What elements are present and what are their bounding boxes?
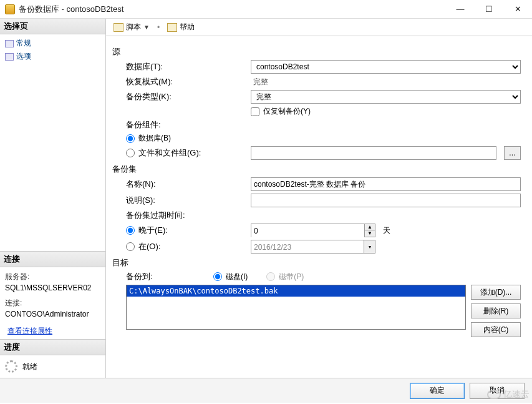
- dest-tape-radio: [266, 272, 275, 281]
- expire-on-label: 在(O):: [138, 241, 160, 252]
- script-button[interactable]: 脚本 ▼: [111, 21, 152, 34]
- expire-after-radio[interactable]: [126, 226, 135, 235]
- close-button[interactable]: ✕: [503, 0, 532, 19]
- dest-disk-radio[interactable]: [213, 272, 222, 281]
- copy-only-checkbox[interactable]: [251, 107, 259, 116]
- expire-after-label: 晚于(E):: [138, 225, 168, 236]
- content-pane: 脚本 ▼ • 帮助 源 数据库(T): contosoDB2test 恢复模式(: [106, 19, 532, 378]
- cancel-button[interactable]: 取消: [470, 383, 525, 399]
- expire-days-spinner[interactable]: ▲ ▼: [251, 224, 375, 237]
- expire-on-radio[interactable]: [126, 242, 135, 251]
- maximize-button[interactable]: ☐: [475, 0, 503, 19]
- backup-to-label: 备份到:: [126, 271, 213, 282]
- source-group-label: 源: [112, 46, 521, 57]
- help-icon: [167, 23, 177, 32]
- sidebar-item-general[interactable]: 常规: [0, 37, 105, 50]
- spinner-up-button[interactable]: ▲: [365, 224, 375, 230]
- calendar-icon[interactable]: ▾: [364, 240, 375, 253]
- destination-path-item[interactable]: C:\AlwaysOnBAK\contosoDB2test.bak: [127, 285, 465, 297]
- sidebar-item-label: 选项: [16, 51, 31, 62]
- progress-header: 进度: [0, 339, 105, 355]
- database-label: 数据库(T):: [126, 61, 251, 72]
- backup-desc-input[interactable]: [251, 194, 521, 207]
- window-title: 备份数据库 - contosoDB2test: [19, 4, 446, 15]
- page-icon: [5, 53, 14, 61]
- expire-date-input[interactable]: [251, 240, 364, 254]
- connection-header: 连接: [0, 251, 105, 267]
- database-icon: [5, 4, 15, 14]
- connection-info: 服务器: SQL1\MSSQLSERVER02 连接: CONTOSO\Admi…: [0, 267, 105, 323]
- conn-value: CONTOSO\Administrator: [5, 308, 100, 320]
- toolbar: 脚本 ▼ • 帮助: [106, 19, 532, 36]
- recovery-value: 完整: [251, 77, 268, 87]
- contents-button[interactable]: 内容(C): [471, 322, 521, 337]
- component-fg-label: 文件和文件组(G):: [138, 147, 201, 159]
- remove-destination-button[interactable]: 删除(R): [471, 303, 521, 318]
- backup-name-input[interactable]: [251, 177, 521, 191]
- server-label: 服务器:: [5, 271, 100, 282]
- page-icon: [5, 40, 14, 47]
- window-controls: — ☐ ✕: [446, 0, 532, 19]
- sidebar-item-options[interactable]: 选项: [0, 50, 105, 63]
- script-label: 脚本: [126, 22, 141, 32]
- select-page-header: 选择页: [0, 19, 105, 34]
- help-label: 帮助: [180, 22, 195, 32]
- destination-list[interactable]: C:\AlwaysOnBAK\contosoDB2test.bak: [126, 285, 466, 330]
- progress-status: 就绪: [22, 362, 37, 372]
- recovery-label: 恢复模式(M):: [126, 76, 251, 87]
- link-label: 查看连接属性: [7, 326, 52, 337]
- view-connection-props-link[interactable]: 查看连接属性: [0, 323, 105, 339]
- dest-group-label: 目标: [112, 257, 521, 269]
- chevron-down-icon: ▼: [143, 24, 150, 31]
- dialog-footer: 确定 取消: [0, 378, 532, 403]
- component-db-radio[interactable]: [126, 134, 135, 143]
- filegroup-browse-button[interactable]: ...: [504, 146, 521, 160]
- backup-set-group-label: 备份集: [112, 164, 521, 175]
- sidebar: 选择页 常规 选项 连接 服务器: SQL1\MSSQLSERVER02 连接:…: [0, 19, 106, 378]
- desc-label: 说明(S):: [126, 195, 251, 206]
- minimize-button[interactable]: —: [446, 0, 475, 19]
- name-label: 名称(N):: [126, 179, 251, 190]
- progress-spinner-icon: [5, 360, 17, 373]
- conn-label: 连接:: [5, 297, 100, 308]
- component-label: 备份组件:: [126, 119, 251, 131]
- help-button[interactable]: 帮助: [165, 21, 197, 34]
- sidebar-item-label: 常规: [16, 38, 31, 49]
- component-fg-radio[interactable]: [126, 149, 135, 157]
- server-value: SQL1\MSSQLSERVER02: [5, 282, 100, 293]
- toolbar-separator: •: [155, 23, 162, 32]
- backup-type-select[interactable]: 完整: [251, 90, 521, 104]
- dest-disk-label: 磁盘(I): [226, 272, 248, 282]
- expire-date-picker[interactable]: ▾: [251, 240, 375, 254]
- dest-tape-label: 磁带(P): [279, 272, 304, 282]
- title-bar: 备份数据库 - contosoDB2test — ☐ ✕: [0, 0, 532, 19]
- copy-only-label: 仅复制备份(Y): [263, 106, 311, 117]
- expire-unit-label: 天: [383, 225, 408, 236]
- ok-button[interactable]: 确定: [410, 383, 465, 399]
- expire-label: 备份集过期时间:: [126, 210, 251, 221]
- script-icon: [114, 23, 123, 32]
- spinner-down-button[interactable]: ▼: [365, 230, 375, 237]
- backup-type-label: 备份类型(K):: [126, 91, 251, 102]
- database-select[interactable]: contosoDB2test: [251, 60, 521, 74]
- component-db-label: 数据库(B): [138, 133, 171, 144]
- progress-row: 就绪: [0, 355, 105, 378]
- expire-days-input[interactable]: [251, 224, 364, 238]
- filegroup-input[interactable]: [251, 146, 496, 160]
- add-destination-button[interactable]: 添加(D)...: [471, 285, 521, 300]
